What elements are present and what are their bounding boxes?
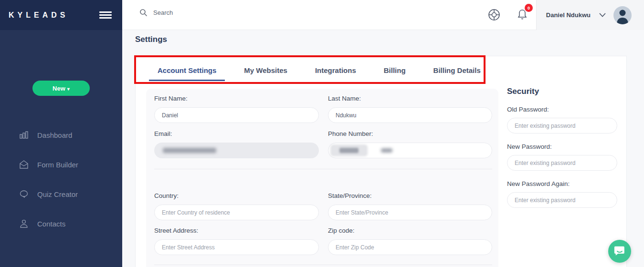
section-divider <box>154 169 492 169</box>
sidebar-item-dashboard[interactable]: Dashboard <box>0 120 122 150</box>
section-divider <box>154 265 492 265</box>
person-icon <box>19 219 29 228</box>
security-title: Security <box>507 87 622 96</box>
new-password-again-label: New Password Again: <box>507 180 622 187</box>
tab-account-settings[interactable]: Account Settings <box>158 56 216 84</box>
help-icon[interactable] <box>487 8 501 23</box>
search-icon[interactable] <box>139 9 148 17</box>
app-window: KYLEADS New▾ Dashboard Form Builder Quiz… <box>0 0 644 267</box>
app-logo: KYLEADS <box>9 11 68 20</box>
sidebar-header: KYLEADS <box>0 0 122 30</box>
new-password-again-field[interactable] <box>507 192 617 208</box>
envelope-open-icon <box>19 160 29 169</box>
search-input[interactable] <box>153 9 258 16</box>
state-field[interactable] <box>328 205 492 220</box>
street-field[interactable] <box>154 239 319 255</box>
email-field[interactable] <box>154 143 319 158</box>
page-title: Settings <box>135 35 167 44</box>
last-name-label: Last Name: <box>328 95 492 102</box>
settings-card: Account Settings My Websites Integration… <box>135 56 627 267</box>
new-password-label: New Password: <box>507 143 622 150</box>
sidebar-item-label: Contacts <box>37 220 65 228</box>
chat-launcher-button[interactable] <box>608 240 631 263</box>
new-button[interactable]: New▾ <box>32 81 90 96</box>
redacted-country-code <box>330 144 368 156</box>
sidebar-item-label: Form Builder <box>37 161 78 169</box>
topbar: 0 Daniel Ndukwu <box>122 0 644 30</box>
user-menu[interactable]: Daniel Ndukwu <box>536 0 644 30</box>
tab-billing[interactable]: Billing <box>384 56 406 84</box>
street-label: Street Address: <box>154 227 319 234</box>
country-label: Country: <box>154 192 319 199</box>
sidebar-item-quiz-creator[interactable]: Quiz Creator <box>0 179 122 209</box>
tab-billing-details[interactable]: Billing Details <box>433 56 481 84</box>
zip-field[interactable] <box>328 239 492 255</box>
old-password-field[interactable] <box>507 118 617 134</box>
hamburger-menu-icon[interactable] <box>99 10 112 20</box>
chevron-down-icon <box>599 13 606 17</box>
settings-tabs: Account Settings My Websites Integration… <box>136 56 626 84</box>
first-name-label: First Name: <box>154 95 319 102</box>
new-button-label: New <box>53 85 65 92</box>
avatar[interactable] <box>613 6 632 24</box>
bar-chart-icon <box>19 130 29 140</box>
chat-bubble-icon <box>19 189 29 199</box>
notification-count-badge: 0 <box>525 4 533 12</box>
search-bar <box>139 9 258 17</box>
tab-my-websites[interactable]: My Websites <box>244 56 287 84</box>
sidebar-nav: Dashboard Form Builder Quiz Creator Cont… <box>0 120 122 238</box>
redacted-phone-value <box>381 148 392 153</box>
tab-integrations[interactable]: Integrations <box>315 56 356 84</box>
zip-label: Zip code: <box>328 227 492 234</box>
redacted-email-value <box>163 148 216 153</box>
state-label: State/Province: <box>328 192 492 199</box>
phone-label: Phone Number: <box>328 130 492 137</box>
chat-messenger-icon <box>613 245 626 257</box>
email-label: Email: <box>154 130 319 137</box>
sidebar-item-label: Dashboard <box>37 131 72 139</box>
security-section: Security Old Password: New Password: New… <box>507 87 622 208</box>
new-password-field[interactable] <box>507 155 617 171</box>
sidebar-item-label: Quiz Creator <box>37 190 78 198</box>
user-name: Daniel Ndukwu <box>546 11 591 19</box>
old-password-label: Old Password: <box>507 106 622 113</box>
account-form-panel: First Name: Last Name: Email: Phone Numb… <box>146 89 498 267</box>
phone-field[interactable] <box>328 143 492 158</box>
last-name-field[interactable] <box>328 107 492 123</box>
sidebar-item-contacts[interactable]: Contacts <box>0 209 122 238</box>
country-field[interactable] <box>154 205 319 220</box>
sidebar-item-form-builder[interactable]: Form Builder <box>0 150 122 179</box>
caret-down-icon: ▾ <box>67 86 70 92</box>
sidebar: KYLEADS New▾ Dashboard Form Builder Quiz… <box>0 0 122 267</box>
first-name-field[interactable] <box>154 107 319 123</box>
